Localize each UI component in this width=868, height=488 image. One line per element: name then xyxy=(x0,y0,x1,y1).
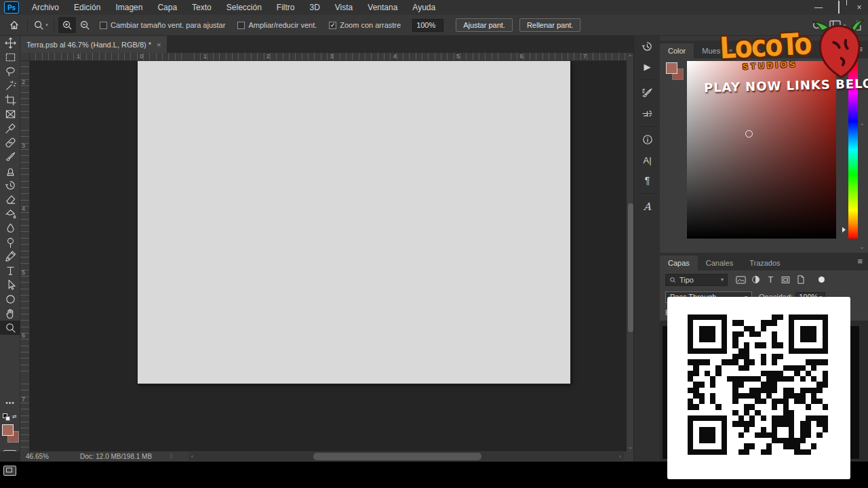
menu-item-imagen[interactable]: Imagen xyxy=(108,0,150,15)
zoom-tool-preset[interactable]: ▾ xyxy=(32,17,50,33)
foreground-color-swatch[interactable] xyxy=(2,424,14,436)
fit-screen-button[interactable]: Ajustar pant. xyxy=(456,18,513,32)
menu-item-archivo[interactable]: Archivo xyxy=(24,0,66,15)
menu-item-capa[interactable]: Capa xyxy=(150,0,184,15)
tab-close-icon[interactable]: × xyxy=(157,41,161,49)
layer-filter-select[interactable]: Tipo ▾ xyxy=(665,274,728,286)
fill-screen-button[interactable]: Rellenar pant. xyxy=(519,18,581,32)
checkbox-unchecked-icon[interactable] xyxy=(237,22,245,29)
vertical-ruler[interactable]: 234567 xyxy=(20,61,30,451)
menu-item-edicin[interactable]: Edición xyxy=(66,0,108,15)
restore-button[interactable] xyxy=(838,1,840,14)
menu-item-3d[interactable]: 3D xyxy=(302,0,327,15)
ruler-number: 1 xyxy=(77,53,80,60)
history-brush-tool[interactable] xyxy=(0,178,20,192)
paragraph-panel-button[interactable]: ¶ xyxy=(634,170,660,190)
checkbox-unchecked-icon[interactable] xyxy=(100,22,107,29)
info-panel-button[interactable] xyxy=(634,129,660,150)
brush-pose-panel-button[interactable] xyxy=(634,103,660,123)
hue-slider-marker[interactable] xyxy=(842,227,846,232)
eyedropper-tool[interactable] xyxy=(0,121,20,136)
panel-scrollbar[interactable]: ⌃⌄ xyxy=(859,123,865,364)
scroll-down-icon[interactable]: ⌄ xyxy=(628,444,633,450)
zoom-out-button[interactable] xyxy=(76,17,94,33)
marquee-tool[interactable] xyxy=(0,50,20,64)
actions-play-panel-button[interactable]: ▶ xyxy=(634,56,660,77)
pen-icon xyxy=(5,251,16,262)
option-checkbox-2[interactable]: ✓Zoom con arrastre xyxy=(329,21,401,29)
color-picker-cursor[interactable] xyxy=(745,130,753,138)
path-select-tool[interactable] xyxy=(0,278,20,292)
quick-selection-tool[interactable] xyxy=(0,79,20,93)
paint-bucket-tool[interactable] xyxy=(0,207,20,221)
pen-tool[interactable] xyxy=(0,249,20,264)
filter-pixel-layers-button[interactable] xyxy=(734,274,748,286)
panel-foreground-swatch[interactable] xyxy=(666,62,677,74)
document-tab[interactable]: Terra.psb al 46.7% (Hand.L, RGB/8) * × xyxy=(20,36,167,53)
ruler-origin-corner[interactable] xyxy=(20,53,30,61)
brush-pose-icon xyxy=(642,108,653,119)
filter-smart-objects-button[interactable] xyxy=(793,274,808,286)
horizontal-scrollbar[interactable]: ‹ › xyxy=(189,452,624,461)
scroll-right-icon[interactable]: › xyxy=(619,453,621,460)
blur-tool[interactable] xyxy=(0,221,20,235)
layers-panel-tab-trazados[interactable]: Trazados xyxy=(741,256,788,270)
close-button[interactable]: × xyxy=(854,0,864,15)
panel-color-swatches[interactable] xyxy=(666,62,685,81)
scroll-down-icon[interactable]: ⌄ xyxy=(859,243,865,250)
menu-item-seleccin[interactable]: Selección xyxy=(219,0,269,15)
ellipse-shape-tool[interactable] xyxy=(0,292,20,306)
menu-item-ayuda[interactable]: Ayuda xyxy=(405,0,443,15)
clone-stamp-tool[interactable] xyxy=(0,164,20,178)
scroll-up-icon[interactable]: ⌃ xyxy=(628,54,633,60)
menu-item-filtro[interactable]: Filtro xyxy=(269,0,302,15)
spot-healing-tool[interactable] xyxy=(0,136,20,150)
hand-tool[interactable] xyxy=(0,306,20,321)
brush-settings-panel-button[interactable] xyxy=(634,83,660,103)
horizontal-ruler[interactable]: 101234567 xyxy=(30,53,627,61)
move-tool[interactable] xyxy=(0,36,20,50)
vertical-scrollbar-thumb[interactable] xyxy=(628,203,633,332)
history-panel-button[interactable] xyxy=(634,36,660,56)
option-checkbox-0[interactable]: Cambiar tamaño vent. para ajustar xyxy=(100,21,225,29)
crop-tool[interactable] xyxy=(0,93,20,107)
zoom-in-button[interactable] xyxy=(58,17,76,33)
lasso-tool[interactable] xyxy=(0,64,20,79)
edit-toolbar-button[interactable]: ••• xyxy=(0,399,20,410)
horizontal-scrollbar-thumb[interactable] xyxy=(313,453,481,460)
status-expander-icon[interactable]: 〉 xyxy=(170,452,176,461)
filter-adjustment-layers-button[interactable] xyxy=(749,274,763,286)
home-button[interactable] xyxy=(5,17,23,33)
scroll-left-icon[interactable]: ‹ xyxy=(191,453,193,460)
default-colors-button[interactable]: ⇄ xyxy=(3,413,18,423)
type-tool[interactable] xyxy=(0,264,20,278)
screen-mode-button[interactable] xyxy=(3,466,16,476)
canvas-viewport[interactable] xyxy=(30,61,627,451)
status-zoom-level[interactable]: 46.65% xyxy=(20,453,54,460)
scroll-up-icon[interactable]: ⌃ xyxy=(859,123,865,129)
swap-colors-icon[interactable]: ⇄ xyxy=(12,413,17,420)
ruler-number: 5 xyxy=(22,269,25,276)
dodge-tool[interactable] xyxy=(0,235,20,249)
photoshop-logo-icon[interactable]: Ps xyxy=(4,1,19,14)
color-panel-tab-color[interactable]: Color xyxy=(660,43,694,58)
glyphs-panel-button[interactable]: A xyxy=(634,197,660,217)
menu-item-texto[interactable]: Texto xyxy=(184,0,219,15)
zoom-tool[interactable] xyxy=(0,321,20,335)
filter-toggle-pin[interactable] xyxy=(818,277,825,283)
checkbox-checked-icon[interactable]: ✓ xyxy=(329,22,336,29)
menu-item-ventana[interactable]: Ventana xyxy=(360,0,405,15)
layers-panel-tab-canales[interactable]: Canales xyxy=(698,256,741,270)
eraser-tool[interactable] xyxy=(0,192,20,207)
layers-panel-tab-capas[interactable]: Capas xyxy=(660,256,698,270)
option-checkbox-1[interactable]: Ampliar/reducir vent. xyxy=(237,21,317,29)
minimize-button[interactable]: — xyxy=(814,0,823,15)
filter-shape-layers-button[interactable] xyxy=(778,274,793,286)
character-panel-button[interactable]: A| xyxy=(634,150,660,170)
brush-tool[interactable] xyxy=(0,150,20,164)
frame-tool[interactable] xyxy=(0,107,20,121)
filter-type-layers-button[interactable]: T xyxy=(764,274,778,286)
artboard-canvas[interactable] xyxy=(138,61,570,384)
menu-item-vista[interactable]: Vista xyxy=(328,0,360,15)
zoom-percent-input[interactable]: 100% xyxy=(412,19,443,32)
